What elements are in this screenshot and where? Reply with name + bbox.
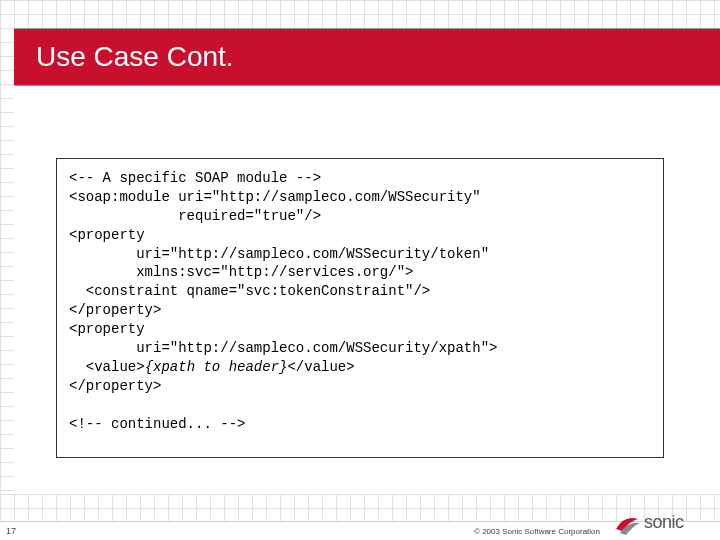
slide-title: Use Case Cont.	[36, 41, 234, 73]
code-line: </property>	[69, 302, 161, 318]
code-placeholder: {xpath to header}	[145, 359, 288, 375]
sonic-logo-text: sonic	[644, 512, 684, 533]
page-number: 17	[6, 526, 16, 536]
code-line: <-- A specific SOAP module -->	[69, 170, 321, 186]
code-line: <constraint qname="svc:tokenConstraint"/…	[69, 283, 430, 299]
sonic-logo: sonic	[612, 506, 712, 538]
code-line: uri="http://sampleco.com/WSSecurity/xpat…	[69, 340, 497, 356]
code-line: xmlns:svc="http://services.org/">	[69, 264, 413, 280]
grid-top	[0, 0, 720, 28]
code-line: <value>	[69, 359, 145, 375]
code-line: </value>	[287, 359, 354, 375]
code-line: <property	[69, 227, 145, 243]
sonic-swoosh-icon	[612, 507, 642, 537]
code-line: uri="http://sampleco.com/WSSecurity/toke…	[69, 246, 489, 262]
grid-side	[0, 28, 14, 498]
title-bar: Use Case Cont.	[14, 28, 720, 86]
code-line: <soap:module uri="http://sampleco.com/WS…	[69, 189, 481, 205]
code-block: <-- A specific SOAP module --> <soap:mod…	[56, 158, 664, 458]
code-line: <!-- continued... -->	[69, 416, 245, 432]
code-line: </property>	[69, 378, 161, 394]
code-line: required="true"/>	[69, 208, 321, 224]
copyright-text: © 2003 Sonic Software Corporation	[474, 527, 600, 536]
code-line: <property	[69, 321, 145, 337]
